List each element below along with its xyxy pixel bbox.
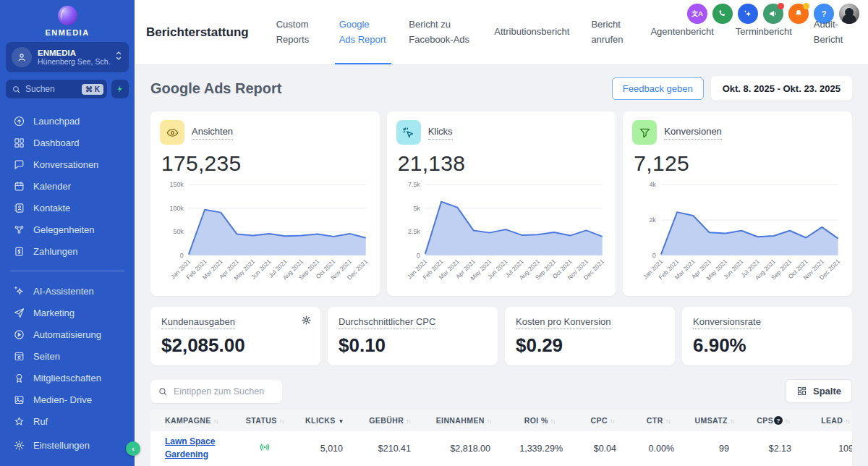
sidebar-item-ruf[interactable]: Ruf [0,410,135,432]
table-search-input[interactable] [174,386,275,397]
kpi-charts-row: Ansichten 175,235 050k100k150kJan 2021Fe… [150,111,852,296]
launchpad-icon [12,114,25,127]
column-umsatz[interactable]: UMSATZ↑↓ [687,410,742,431]
notification-dot [803,3,809,9]
konversionen-chart: 02k4kJan 2021Feb 2021Mar 2021Apr 2021May… [632,177,843,292]
brand-logo: ENMEDIA [0,0,135,37]
sidebar-search-input[interactable] [25,84,70,94]
cell-lead: 109 [804,431,852,466]
klicks-card: Klicks 21,138 02.5k5k7.5kJan 2021Feb 202… [387,111,616,296]
sidebar-nav: Launchpad Dashboard Konversationen Kalen… [0,110,135,432]
settings-gear-icon[interactable] [301,315,312,329]
column-roi[interactable]: ROI %↑↓ [503,410,576,431]
cursor-click-icon [396,120,421,145]
brand-logo-text: ENMEDIA [45,28,89,37]
cell-status [236,431,294,466]
search-icon [12,85,21,94]
feedback-button[interactable]: Feedback geben [612,77,704,100]
konversionsrate-card: Konversionsrate 6.90% [682,307,852,365]
account-avatar-icon [12,47,32,67]
sidebar-collapse-button[interactable]: ‹ [126,441,140,456]
status-active-icon [258,441,271,453]
column-status[interactable]: STATUS↑↓ [236,410,294,431]
tab-custom-reports[interactable]: Custom Reports [276,0,318,64]
main-content: Google Ads Report Feedback geben Okt. 8.… [135,65,868,466]
klicks-chart: 02.5k5k7.5kJan 2021Feb 2021Mar 2021Apr 2… [396,177,607,292]
sidebar-item-konversationen[interactable]: Konversationen [0,153,135,175]
svg-text:7.5k: 7.5k [408,181,420,188]
sidebar-item-marketing[interactable]: Marketing [0,302,135,323]
help-tooltip-icon[interactable]: ? [774,416,783,425]
sidebar-item-kalender[interactable]: Kalender [0,175,135,197]
pages-icon [12,350,25,363]
column-kampagne[interactable]: KAMPAGNE↑↓ [150,410,236,431]
sidebar-item-einstellungen[interactable]: Einstellungen [0,434,135,456]
column-lead[interactable]: LEAD↑↓ [804,410,852,431]
contacts-icon [12,201,25,214]
klicks-label[interactable]: Klicks [428,126,453,140]
campaign-link[interactable]: Lawn Space Gardening [165,436,223,461]
sidebar-search[interactable]: ⌘ K [6,80,107,98]
sidebar-item-mitgliedschaften[interactable]: Mitgliedschaften [0,367,135,389]
sidebar-item-dashboard[interactable]: Dashboard [0,132,135,153]
kundenausgaben-label[interactable]: Kundenausgaben [161,316,235,329]
tab-attributionsbericht[interactable]: Attributionsbericht [494,0,569,64]
quick-actions-button[interactable] [111,80,129,98]
sidebar-item-zahlungen[interactable]: Zahlungen [0,240,135,262]
columns-grid-icon [796,386,807,397]
phone-button[interactable] [712,4,733,24]
tab-terminbericht[interactable]: Terminbericht [736,0,792,64]
column-gebuehr[interactable]: GEBÜHR↑↓ [356,410,424,431]
column-cps[interactable]: CPS?↑↓ [742,410,804,431]
sidebar-item-launchpad[interactable]: Launchpad [0,110,135,132]
sort-icon: ↑↓ [730,418,735,425]
column-cpc[interactable]: CPC↑↓ [576,410,629,431]
konversionsrate-label[interactable]: Konversionsrate [693,316,761,329]
tab-google-ads-report[interactable]: Google Ads Report [339,0,388,64]
table-header-row: KAMPAGNE↑↓ STATUS↑↓ KLICKS▼ GEBÜHR↑↓ EIN… [150,410,852,431]
calendar-icon [12,179,25,192]
date-range-picker[interactable]: Okt. 8. 2025 - Okt. 23. 2025 [711,76,852,101]
cpc-label[interactable]: Durchschnittlicher CPC [339,316,435,329]
column-einnahmen[interactable]: EINNAHMEN↑↓ [424,410,503,431]
media-image-icon [12,393,25,406]
tab-bericht-anrufen[interactable]: Bericht anrufen [591,0,629,64]
dashboard-icon [12,136,25,149]
ansichten-label[interactable]: Ansichten [192,126,233,140]
opportunities-icon [12,223,25,236]
sidebar-item-gelegenheiten[interactable]: Gelegenheiten [0,219,135,240]
cell-ctr: 0.00% [629,431,687,466]
konversionsrate-value: 6.90% [693,334,841,357]
column-klicks[interactable]: KLICKS▼ [294,410,356,431]
table-toolbar: Spalte [150,379,852,403]
tab-audit-bericht[interactable]: Audit-Bericht [814,0,846,64]
report-tabs: Berichterstattung Custom Reports Google … [135,0,868,64]
sidebar-item-kontakte[interactable]: Kontakte [0,197,135,219]
kundenausgaben-card: Kundenausgaben $2,085.00 [150,307,320,365]
bell-icon [793,9,804,19]
cpc-value: $0.10 [339,334,487,357]
kosten-pro-konversion-label[interactable]: Kosten pro Konversion [516,316,611,329]
svg-text:150k: 150k [169,181,184,188]
svg-text:100k: 100k [169,205,184,212]
chat-bubble-icon [12,158,25,171]
tab-agentenbericht[interactable]: Agentenbericht [650,0,713,64]
account-switcher[interactable]: ENMEDIA Hünenberg See, Sch... [6,42,129,72]
kosten-pro-konversion-value: $0.29 [516,334,664,357]
sidebar-item-seiten[interactable]: Seiten [0,345,135,367]
konversionen-card: Konversionen 7,125 02k4kJan 2021Feb 2021… [623,111,852,296]
paper-plane-icon [12,306,25,319]
sidebar-item-ai-assistenten[interactable]: AI-Assistenten [0,280,135,302]
sidebar-item-automatisierung[interactable]: Automatisierung [0,323,135,345]
columns-button[interactable]: Spalte [786,379,852,403]
column-ctr[interactable]: CTR↑↓ [629,410,687,431]
sort-icon: ↑↓ [845,418,850,425]
svg-text:2.5k: 2.5k [408,228,420,235]
tab-facebook-ads-report[interactable]: Bericht zu Facebook-Ads [409,0,472,64]
account-name: ENMEDIA [38,48,111,57]
konversionen-label[interactable]: Konversionen [664,126,722,140]
page-title: Google Ads Report [150,80,281,97]
cell-kampagne: Lawn Space Gardening [150,431,236,466]
table-search[interactable] [150,380,282,403]
sidebar-item-medien-drive[interactable]: Medien- Drive [0,389,135,410]
